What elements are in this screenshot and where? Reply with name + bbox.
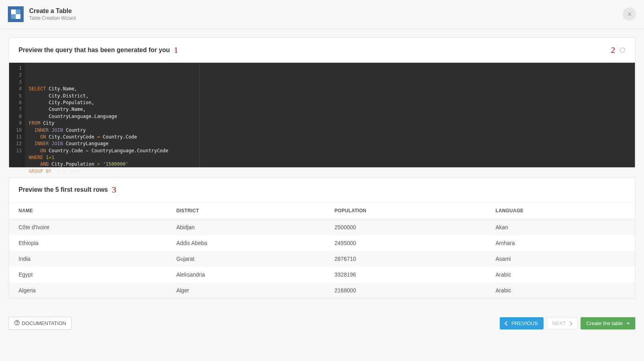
header-text: Create a Table Table Creation Wizard <box>29 7 76 21</box>
cell-district: Alger <box>167 282 325 298</box>
line-number: 3 <box>15 79 22 86</box>
line-number: 13 <box>15 148 22 154</box>
col-language: LANGUAGE <box>486 202 635 219</box>
code-line: City.Population, <box>29 99 631 106</box>
close-icon: ✕ <box>627 11 632 18</box>
previous-button[interactable]: PREVIOUS <box>500 317 543 329</box>
line-number: 12 <box>15 140 22 147</box>
table-row: EthiopiaAddis Abeba2495000Amhara <box>9 235 635 251</box>
table-row: Côte d'IvoireAbidjan2500000Akan <box>9 219 635 236</box>
next-button: NEXT <box>547 317 578 329</box>
col-population: POPULATION <box>325 202 486 219</box>
col-name: NAME <box>9 202 167 219</box>
previous-label: PREVIOUS <box>512 320 538 326</box>
table-row: EgyptAleksandria3328196Arabic <box>9 267 635 282</box>
annotation-1: 1 <box>174 45 178 55</box>
results-preview-panel: Preview the 5 first result rows 3 NAME D… <box>9 177 635 299</box>
page-subtitle: Table Creation Wizard <box>29 15 76 21</box>
code-ruler <box>199 63 199 167</box>
code-line: FROM City <box>29 120 631 127</box>
cell-name: Egypt <box>9 267 167 282</box>
cell-population: 2168000 <box>325 282 486 298</box>
cell-language: Arabic <box>486 267 635 282</box>
cell-population: 2500000 <box>325 219 486 236</box>
code-body[interactable]: SELECT City.Name, City.District, City.Po… <box>25 63 635 167</box>
svg-rect-3 <box>16 9 20 14</box>
cell-district: Gujarat <box>167 251 325 267</box>
cell-population: 2495000 <box>325 235 486 251</box>
refresh-icon[interactable] <box>619 47 625 53</box>
cell-name: Algeria <box>9 282 167 298</box>
cell-language: Akan <box>486 219 635 236</box>
query-preview-panel: Preview the query that has been generate… <box>9 37 635 168</box>
code-line: AND City.Population > '1500000' <box>29 161 631 168</box>
code-line: CountryLanguage.Language <box>29 113 631 120</box>
table-header-row: NAME DISTRICT POPULATION LANGUAGE <box>9 202 635 219</box>
results-panel-header: Preview the 5 first result rows 3 <box>9 178 635 202</box>
line-number: 5 <box>15 93 22 99</box>
col-district: DISTRICT <box>167 202 325 219</box>
documentation-button[interactable]: DOCUMENTATION <box>9 317 72 330</box>
help-icon <box>14 320 20 327</box>
line-number: 10 <box>15 127 22 134</box>
table-row: AlgeriaAlger2168000Arabic <box>9 282 635 298</box>
cell-name: Ethiopia <box>9 235 167 251</box>
line-number: 6 <box>15 99 22 106</box>
line-number: 7 <box>15 106 22 113</box>
cell-language: Asami <box>486 251 635 267</box>
cell-name: India <box>9 251 167 267</box>
code-line: Country.Name, <box>29 106 631 113</box>
line-number: 11 <box>15 134 22 140</box>
cell-language: Amhara <box>486 235 635 251</box>
next-label: NEXT <box>552 320 566 326</box>
code-line: WHERE 1=1 <box>29 154 631 161</box>
code-line: ON Country.Code = CountryLanguage.Countr… <box>29 148 631 154</box>
line-number: 1 <box>15 65 22 72</box>
code-line: SELECT City.Name, <box>29 86 631 92</box>
svg-rect-4 <box>11 14 16 19</box>
create-table-button[interactable]: Create the table <box>581 317 635 329</box>
annotation-3: 3 <box>112 185 116 195</box>
query-panel-title: Preview the query that has been generate… <box>19 47 170 54</box>
code-line: GROUP BY City.Name <box>29 168 631 175</box>
cell-district: Aleksandria <box>167 267 325 282</box>
code-line: INNER JOIN CountryLanguage <box>29 140 631 147</box>
page-title: Create a Table <box>29 7 76 15</box>
cell-language: Arabic <box>486 282 635 298</box>
cell-population: 3328196 <box>325 267 486 282</box>
documentation-label: DOCUMENTATION <box>22 320 66 326</box>
results-panel-title: Preview the 5 first result rows <box>19 186 108 193</box>
app-logo <box>8 6 24 22</box>
table-row: IndiaGujarat2876710Asami <box>9 251 635 267</box>
cell-name: Côte d'Ivoire <box>9 219 167 236</box>
sql-editor[interactable]: 12345678910111213 SELECT City.Name, City… <box>9 63 635 167</box>
create-table-label: Create the table <box>586 320 623 326</box>
line-number-gutter: 12345678910111213 <box>9 63 25 167</box>
svg-rect-2 <box>16 14 20 19</box>
close-button[interactable]: ✕ <box>623 7 636 21</box>
line-number: 4 <box>15 86 22 92</box>
annotation-2: 2 <box>611 45 615 55</box>
code-line: City.District, <box>29 93 631 99</box>
code-line: ON City.CountryCode = Country.Code <box>29 134 631 140</box>
query-panel-header: Preview the query that has been generate… <box>9 38 635 63</box>
svg-point-6 <box>17 324 17 324</box>
cell-district: Abidjan <box>167 219 325 236</box>
cell-district: Addis Abeba <box>167 235 325 251</box>
line-number: 9 <box>15 120 22 127</box>
line-number: 8 <box>15 113 22 120</box>
results-table: NAME DISTRICT POPULATION LANGUAGE Côte d… <box>9 202 635 298</box>
svg-rect-1 <box>11 9 16 14</box>
wizard-footer: DOCUMENTATION PREVIOUS NEXT Create the t… <box>0 317 644 339</box>
wizard-header: Create a Table Table Creation Wizard ✕ <box>0 0 644 29</box>
line-number: 2 <box>15 72 22 79</box>
code-line: INNER JOIN Country <box>29 127 631 134</box>
cell-population: 2876710 <box>325 251 486 267</box>
